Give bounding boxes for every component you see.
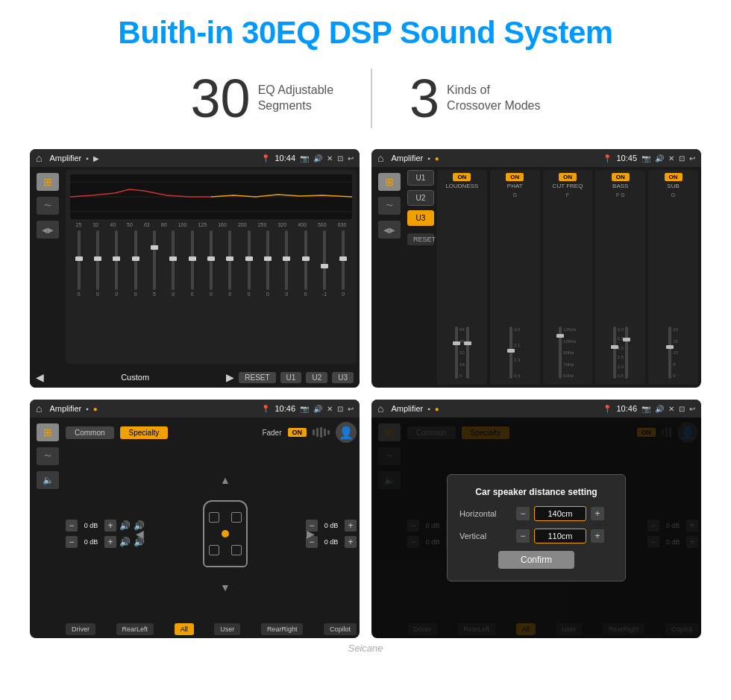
camera-icon-2: 📷 xyxy=(641,154,650,163)
car-seat-fl xyxy=(209,512,219,523)
close-icon[interactable]: ✕ xyxy=(327,154,333,163)
phat-toggle[interactable]: ON xyxy=(506,173,524,181)
horizontal-minus[interactable]: − xyxy=(516,507,530,520)
home-icon-4[interactable]: ⌂ xyxy=(377,403,383,414)
main-title: Buith-in 30EQ DSP Sound System xyxy=(30,15,701,51)
fader-toggle[interactable]: ON xyxy=(288,428,307,437)
rearleft-btn[interactable]: RearLeft xyxy=(116,623,154,635)
eq-prev-btn[interactable]: ◀ xyxy=(36,371,44,383)
bass-label: BASS xyxy=(612,183,628,189)
cutfreq-toggle[interactable]: ON xyxy=(559,173,577,181)
sub-toggle[interactable]: ON xyxy=(665,173,683,181)
close-icon-3[interactable]: ✕ xyxy=(327,405,333,413)
vol-rr-plus[interactable]: + xyxy=(345,536,357,548)
back-icon-3[interactable]: ↩ xyxy=(348,405,354,413)
confirm-button[interactable]: Confirm xyxy=(498,551,574,569)
eq-slider-2: 0 xyxy=(108,229,125,297)
u3-button[interactable]: U3 xyxy=(332,372,354,383)
horizontal-label: Horizontal xyxy=(459,509,512,518)
back-icon-2[interactable]: ↩ xyxy=(689,154,695,163)
vertical-minus[interactable]: − xyxy=(516,529,530,543)
driver-btn[interactable]: Driver xyxy=(66,623,95,635)
screen3-status-bar: ⌂ Amplifier ▪ ● 📍 10:46 📷 🔊 ✕ ⊡ ↩ xyxy=(30,400,360,417)
vol-fr-val: 0 dB xyxy=(321,522,342,529)
home-icon-3[interactable]: ⌂ xyxy=(36,403,42,414)
car-arrow-bottom[interactable]: ▼ xyxy=(220,581,230,593)
close-icon-4[interactable]: ✕ xyxy=(668,405,674,413)
vol-rl-plus[interactable]: + xyxy=(104,536,116,548)
dsp-u1-btn[interactable]: U1 xyxy=(407,170,434,186)
eq-slider-5: 0 xyxy=(165,229,182,297)
eq-next-btn[interactable]: ▶ xyxy=(226,371,234,383)
bass-toggle[interactable]: ON xyxy=(612,173,630,181)
dsp-u2-btn[interactable]: U2 xyxy=(407,190,434,206)
fader-label: Fader xyxy=(262,429,281,437)
home-icon[interactable]: ⌂ xyxy=(36,152,42,164)
u1-button[interactable]: U1 xyxy=(280,372,302,383)
spec-sidebar: ⊞ 〜 🔈 xyxy=(33,420,63,635)
vol-fl-minus[interactable]: − xyxy=(66,520,78,532)
loudness-toggle[interactable]: ON xyxy=(453,173,471,181)
spec-sidebar-vol[interactable]: 🔈 xyxy=(37,471,59,489)
eq-graph xyxy=(70,174,352,219)
eq-label: EQ Adjustable Segments xyxy=(258,83,333,114)
vol-fr-plus[interactable]: + xyxy=(345,520,357,532)
user-btn[interactable]: User xyxy=(214,623,240,635)
dsp-u3-btn[interactable]: U3 xyxy=(407,210,434,226)
home-icon-2[interactable]: ⌂ xyxy=(377,152,383,164)
camera-icon-4: 📷 xyxy=(641,405,650,413)
eq-stat: 30 EQ Adjustable Segments xyxy=(154,72,371,125)
vertical-plus[interactable]: + xyxy=(591,529,604,543)
dsp-screen: ⊞ 〜 ◀▶ U1 U2 U3 xyxy=(371,167,701,388)
back-icon[interactable]: ↩ xyxy=(348,154,354,163)
specialty-tab[interactable]: Specialty xyxy=(120,426,169,439)
user-icon[interactable]: 👤 xyxy=(336,422,357,443)
car-seat-rl xyxy=(209,545,219,555)
vertical-label: Vertical xyxy=(459,532,512,540)
car-body xyxy=(203,500,248,567)
screen2-status-bar: ⌂ Amplifier ▪ ● 📍 10:45 📷 🔊 ✕ ⊡ ↩ xyxy=(371,149,701,167)
eq-content: 25 32 40 50 63 80 100 125 160 200 250 32… xyxy=(66,170,357,364)
eq-slider-12: 0 xyxy=(297,229,314,297)
dialog-overlay: Car speaker distance setting Horizontal … xyxy=(371,417,701,638)
eq-sidebar-sliders[interactable]: ⊞ xyxy=(37,173,59,191)
vol-rl-minus[interactable]: − xyxy=(66,536,78,548)
car-arrow-left[interactable]: ◀ xyxy=(136,528,144,540)
screen1-status-bar: ⌂ Amplifier ▪ ▶ 📍 10:44 📷 🔊 ✕ ⊡ ↩ xyxy=(30,149,360,167)
vol-fl-plus[interactable]: + xyxy=(104,520,116,532)
back-icon-4[interactable]: ↩ xyxy=(689,405,695,413)
eq-sidebar-vol[interactable]: ◀▶ xyxy=(37,221,59,239)
bar1 xyxy=(313,429,315,435)
spec-sidebar-sliders[interactable]: ⊞ xyxy=(37,423,59,441)
close-icon-2[interactable]: ✕ xyxy=(668,154,674,163)
eq-sidebar-wave[interactable]: 〜 xyxy=(37,197,59,215)
window-icon: ⊡ xyxy=(337,154,343,163)
location-icon-4: 📍 xyxy=(603,405,612,413)
u2-button[interactable]: U2 xyxy=(306,372,327,383)
car-arrow-right[interactable]: ▶ xyxy=(307,528,315,540)
location-icon-2: 📍 xyxy=(603,154,612,163)
copilot-btn[interactable]: Copilot xyxy=(324,623,357,635)
eq-number: 30 xyxy=(191,72,251,125)
all-btn[interactable]: All xyxy=(175,623,194,635)
dsp-sidebar-wave[interactable]: 〜 xyxy=(378,197,401,215)
loudness-label: LOUDNESS xyxy=(445,183,478,189)
common-tab[interactable]: Common xyxy=(66,426,114,439)
horizontal-plus[interactable]: + xyxy=(591,507,604,520)
bar2 xyxy=(316,428,319,437)
rearright-btn[interactable]: RearRight xyxy=(261,623,304,635)
reset-button[interactable]: RESET xyxy=(239,372,275,383)
car-arrow-top[interactable]: ▲ xyxy=(220,474,230,486)
dsp-sidebar-sliders[interactable]: ⊞ xyxy=(378,173,401,191)
eq-slider-10: 0 xyxy=(259,229,276,297)
car-seat-rr xyxy=(231,545,242,555)
dsp-reset-btn[interactable]: RESET xyxy=(407,233,434,245)
horizontal-row: Horizontal − 140cm + xyxy=(459,506,613,521)
vol-rl-val: 0 dB xyxy=(81,538,101,546)
spec-sidebar-wave[interactable]: 〜 xyxy=(37,447,59,465)
eq-sliders-row: 0 0 0 0 xyxy=(70,229,352,359)
screen3: ⌂ Amplifier ▪ ● 📍 10:46 📷 🔊 ✕ ⊡ ↩ ⊞ xyxy=(30,400,360,638)
horizontal-value: 140cm xyxy=(534,506,586,521)
dsp-sidebar-vol[interactable]: ◀▶ xyxy=(378,221,401,239)
dsp-sidebar: ⊞ 〜 ◀▶ xyxy=(374,170,404,385)
